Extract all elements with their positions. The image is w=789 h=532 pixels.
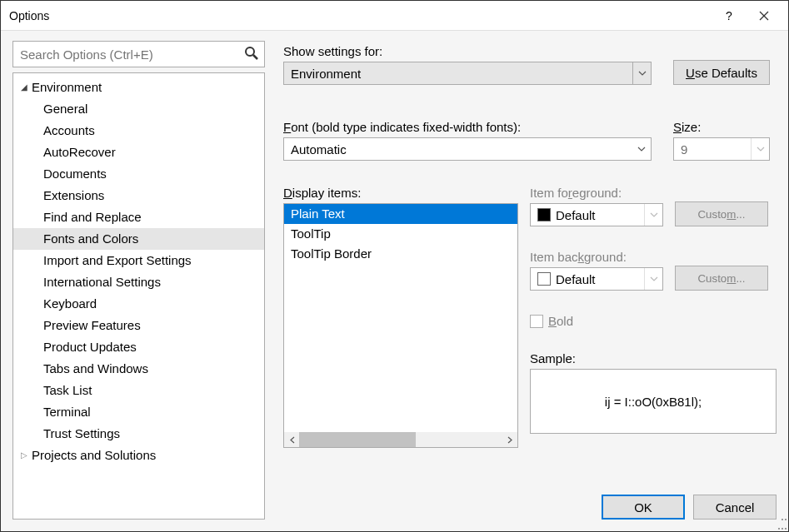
tree-item-label: Task List <box>43 381 92 400</box>
scroll-right-icon[interactable] <box>502 432 517 447</box>
help-icon: ? <box>726 9 732 22</box>
tree-item-label: Environment <box>32 78 102 97</box>
tree-item-label: Accounts <box>43 122 95 140</box>
chevron-down-icon <box>644 268 662 290</box>
tree-item-terminal[interactable]: Terminal <box>13 401 264 423</box>
tree-item-label: Import and Export Settings <box>43 251 192 270</box>
size-value: 9 <box>681 142 687 157</box>
use-defaults-button[interactable]: Use Defaults <box>673 60 770 85</box>
checkbox-icon <box>530 315 543 328</box>
tree-item-label: Keyboard <box>43 295 97 313</box>
tree-item-autorecover[interactable]: AutoRecover <box>13 142 264 163</box>
tree-item-label: Fonts and Colors <box>43 230 138 248</box>
font-value: Automatic <box>291 142 347 157</box>
item-background-value: Default <box>556 272 596 286</box>
list-item[interactable]: Plain Text <box>284 204 517 224</box>
search-icon[interactable] <box>243 45 260 62</box>
scrollbar-thumb[interactable] <box>299 432 416 447</box>
color-swatch-icon <box>537 208 551 221</box>
item-foreground-label: Item foreground: <box>530 186 663 200</box>
bold-checkbox[interactable]: Bold <box>530 314 777 328</box>
display-items-listbox[interactable]: Plain Text ToolTip ToolTip Border <box>283 203 518 448</box>
svg-point-2 <box>246 47 254 56</box>
tree-item-fonts-colors[interactable]: Fonts and Colors <box>13 228 264 250</box>
tree-item-environment[interactable]: ◢ Environment <box>13 77 264 98</box>
chevron-down-icon <box>644 204 662 226</box>
foreground-custom-button[interactable]: Custom... <box>675 201 768 226</box>
size-label: Size: <box>673 120 770 134</box>
item-foreground-value: Default <box>556 208 596 222</box>
search-input[interactable] <box>12 41 265 67</box>
show-settings-label: Show settings for: <box>283 44 652 58</box>
tree-item-label: Documents <box>43 165 107 183</box>
tree-item-trust-settings[interactable]: Trust Settings <box>13 423 264 445</box>
svg-line-3 <box>253 55 257 59</box>
window-title: Options <box>9 9 712 22</box>
tree-item-projects-solutions[interactable]: ▷ Projects and Solutions <box>13 445 264 466</box>
tree-item-general[interactable]: General <box>13 98 264 120</box>
sample-label: Sample: <box>530 351 777 365</box>
close-button[interactable] <box>747 3 782 28</box>
color-swatch-icon <box>537 272 551 286</box>
bold-label: Bold <box>548 314 573 328</box>
tree-item-label: Product Updates <box>43 338 137 356</box>
tree-item-international[interactable]: International Settings <box>13 271 264 293</box>
item-background-label: Item background: <box>530 250 663 264</box>
tree-item-label: Terminal <box>43 403 91 421</box>
close-icon <box>759 11 769 21</box>
tree-item-label: International Settings <box>43 273 161 291</box>
sample-preview: ij = I::oO(0xB81l); <box>530 369 777 434</box>
tree-item-documents[interactable]: Documents <box>13 163 264 185</box>
tree-item-label: Tabs and Windows <box>43 360 148 378</box>
tree-item-label: Trust Settings <box>43 425 120 443</box>
background-custom-button[interactable]: Custom... <box>675 266 768 291</box>
font-select[interactable]: Automatic <box>283 137 652 161</box>
chevron-right-icon: ▷ <box>18 446 30 465</box>
tree-item-label: Extensions <box>43 186 104 205</box>
list-item[interactable]: ToolTip <box>284 224 517 244</box>
sample-text: ij = I::oO(0xB81l); <box>605 395 702 409</box>
category-tree[interactable]: ◢ Environment General Accounts AutoRecov… <box>12 72 265 520</box>
tree-item-label: Projects and Solutions <box>32 446 156 465</box>
tree-item-label: General <box>43 100 87 118</box>
tree-item-tabs-windows[interactable]: Tabs and Windows <box>13 358 264 380</box>
tree-item-import-export[interactable]: Import and Export Settings <box>13 250 264 271</box>
display-items-label: Display items: <box>283 186 518 200</box>
tree-item-label: Find and Replace <box>43 208 142 226</box>
tree-item-task-list[interactable]: Task List <box>13 380 264 401</box>
scroll-left-icon[interactable] <box>284 432 299 447</box>
tree-item-product-updates[interactable]: Product Updates <box>13 336 264 358</box>
chevron-down-icon <box>751 138 769 160</box>
horizontal-scrollbar[interactable] <box>284 432 517 447</box>
item-foreground-select[interactable]: Default <box>530 203 663 226</box>
tree-item-label: Preview Features <box>43 316 141 335</box>
chevron-down-icon: ◢ <box>18 78 30 97</box>
chevron-down-icon <box>632 138 651 160</box>
tree-item-label: AutoRecover <box>43 143 116 162</box>
tree-item-keyboard[interactable]: Keyboard <box>13 293 264 315</box>
font-label: Font (bold type indicates fixed-width fo… <box>283 120 652 134</box>
show-settings-value: Environment <box>291 67 361 81</box>
list-item[interactable]: ToolTip Border <box>284 244 517 264</box>
tree-item-extensions[interactable]: Extensions <box>13 185 264 206</box>
show-settings-select[interactable]: Environment <box>283 62 652 85</box>
help-button[interactable]: ? <box>712 3 747 28</box>
ok-button[interactable]: OK <box>602 495 685 520</box>
cancel-button[interactable]: Cancel <box>693 495 777 520</box>
size-select[interactable]: 9 <box>673 137 770 161</box>
chevron-down-icon <box>632 62 651 84</box>
title-bar: Options ? <box>1 1 788 31</box>
tree-item-accounts[interactable]: Accounts <box>13 120 264 142</box>
item-background-select[interactable]: Default <box>530 267 663 291</box>
tree-item-preview-features[interactable]: Preview Features <box>13 315 264 336</box>
resize-grip-icon[interactable] <box>776 519 787 530</box>
tree-item-find-replace[interactable]: Find and Replace <box>13 206 264 228</box>
